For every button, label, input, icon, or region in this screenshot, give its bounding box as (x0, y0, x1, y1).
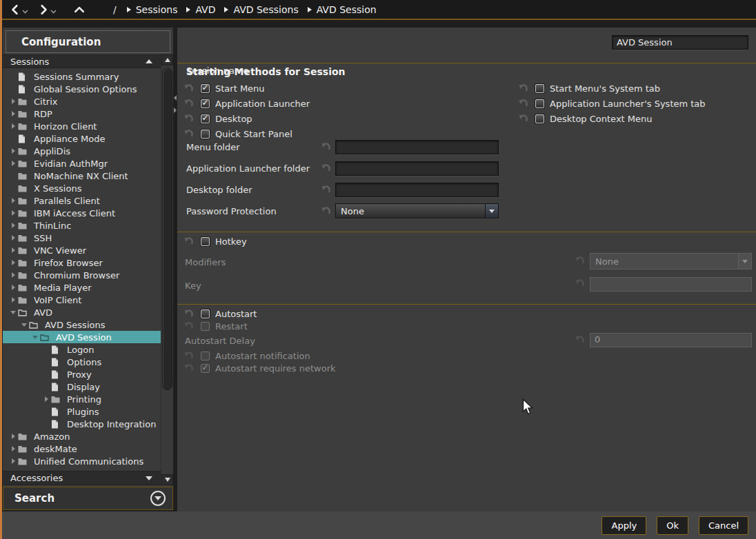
reset-parameter-icon[interactable] (183, 98, 195, 109)
tree-item-logon[interactable]: Logon (3, 343, 161, 356)
expand-collapsed-icon[interactable] (8, 223, 18, 228)
reset-parameter-icon[interactable] (517, 113, 529, 124)
tree-item-avd-sessions[interactable]: AVD Sessions (3, 318, 161, 331)
reset-parameter-icon[interactable] (320, 142, 332, 153)
apply-button[interactable]: Apply (601, 516, 646, 535)
tree-item-x-sessions[interactable]: X Sessions (3, 182, 161, 194)
expand-collapsed-icon[interactable] (8, 272, 18, 278)
reset-parameter-icon[interactable] (517, 98, 529, 109)
back-history-caret-icon[interactable] (22, 10, 28, 14)
tree-item-appliance-mode[interactable]: Appliance Mode (3, 132, 161, 145)
tree-item-ibm-iaccess-client[interactable]: IBM iAccess Client (3, 207, 161, 219)
reset-parameter-icon[interactable] (183, 363, 195, 374)
scrollbar-thumb[interactable] (162, 68, 172, 390)
ok-button[interactable]: Ok (657, 516, 688, 535)
reset-parameter-icon[interactable] (574, 334, 586, 345)
expand-collapsed-icon[interactable] (8, 99, 18, 104)
tree-item-parallels-client[interactable]: Parallels Client (3, 194, 161, 207)
breadcrumb-item-avd-session[interactable]: AVD Session (308, 4, 377, 15)
reset-parameter-icon[interactable] (183, 128, 195, 139)
sidebar-splitter-handle[interactable] (174, 95, 177, 113)
autostart-checkbox[interactable]: ✓ (201, 309, 210, 318)
tree-item-nomachine-nx-client[interactable]: NoMachine NX Client (3, 170, 161, 182)
tree-item-firefox-browser[interactable]: Firefox Browser (3, 256, 161, 269)
expand-collapsed-icon[interactable] (8, 161, 18, 166)
tree-item-plugins[interactable]: Plugins (3, 405, 161, 418)
session-name-input[interactable] (612, 35, 748, 50)
reset-parameter-icon[interactable] (183, 321, 195, 332)
back-button[interactable] (10, 4, 28, 15)
tree-item-ssh[interactable]: SSH (3, 232, 161, 244)
desktop-checkbox[interactable]: ✓ (201, 114, 210, 123)
reset-parameter-icon[interactable] (183, 236, 195, 247)
tree-item-media-player[interactable]: Media Player (3, 281, 161, 294)
reset-parameter-icon[interactable] (320, 205, 332, 216)
expand-expanded-icon[interactable] (30, 336, 40, 339)
hotkey-checkbox[interactable]: ✓ (201, 237, 210, 246)
forward-history-caret-icon[interactable] (50, 10, 57, 14)
up-level-button[interactable] (73, 4, 86, 15)
tree-item-display[interactable]: Display (3, 380, 161, 393)
expand-collapsed-icon[interactable] (8, 235, 18, 241)
tree-item-avd-session[interactable]: AVD Session (3, 331, 161, 343)
tree-item-unified-communications[interactable]: Unified Communications (3, 455, 161, 467)
expand-collapsed-icon[interactable] (8, 198, 18, 203)
expand-collapsed-icon[interactable] (8, 297, 18, 303)
breadcrumb-item-avd-sessions[interactable]: AVD Sessions (224, 4, 298, 15)
tree-item-rdp[interactable]: RDP (3, 108, 161, 120)
quick-start-panel-checkbox[interactable]: ✓ (201, 130, 210, 139)
breadcrumb-item-avd[interactable]: AVD (186, 4, 215, 15)
tree-item-voip-client[interactable]: VoIP Client (3, 294, 161, 306)
tree-item-deskmate[interactable]: deskMate (3, 443, 161, 455)
expand-collapsed-icon[interactable] (8, 285, 18, 290)
application-launcher-checkbox[interactable]: ✓ (201, 99, 210, 108)
scrollbar-up-button[interactable] (161, 54, 173, 65)
tree-item-chromium-browser[interactable]: Chromium Browser (3, 269, 161, 281)
accordion-accessories[interactable]: Accessories (3, 471, 161, 485)
application-launcher-s-system-tab-checkbox[interactable]: ✓ (535, 99, 544, 108)
expand-collapsed-icon[interactable] (8, 148, 18, 154)
reset-parameter-icon[interactable] (320, 163, 332, 174)
tree-item-options[interactable]: Options (3, 356, 161, 368)
tree-item-sessions-summary[interactable]: Sessions Summary (3, 70, 161, 83)
tree-item-desktop-integration[interactable]: Desktop Integration (3, 418, 161, 430)
tree-item-applidis[interactable]: AppliDis (3, 145, 161, 157)
password-protection-select[interactable]: None (335, 203, 499, 218)
expand-collapsed-icon[interactable] (8, 123, 18, 129)
desktop-folder-input[interactable] (335, 183, 499, 197)
expand-expanded-icon[interactable] (8, 311, 18, 314)
reset-parameter-icon[interactable] (517, 83, 529, 94)
tree-item-citrix[interactable]: Citrix (3, 95, 161, 108)
start-menu-s-system-tab-checkbox[interactable]: ✓ (535, 84, 544, 93)
expand-collapsed-icon[interactable] (8, 210, 18, 216)
expand-collapsed-icon[interactable] (8, 260, 18, 265)
breadcrumb-root[interactable]: / (113, 4, 117, 15)
tree-item-amazon[interactable]: Amazon (3, 430, 161, 443)
expand-collapsed-icon[interactable] (8, 434, 18, 439)
tree-item-thinlinc[interactable]: ThinLinc (3, 219, 161, 232)
accordion-sessions[interactable]: Sessions (3, 54, 161, 68)
reset-parameter-icon[interactable] (574, 278, 586, 289)
scrollbar-track[interactable] (161, 65, 173, 474)
application-launcher-folder-input[interactable] (335, 161, 499, 176)
dropdown-arrow-icon[interactable] (485, 204, 498, 218)
tree-item-proxy[interactable]: Proxy (3, 368, 161, 380)
cancel-button[interactable]: Cancel (699, 516, 748, 535)
reset-parameter-icon[interactable] (183, 350, 195, 361)
expand-expanded-icon[interactable] (19, 323, 29, 327)
expand-collapsed-icon[interactable] (8, 247, 18, 253)
menu-folder-input[interactable] (335, 140, 499, 154)
expand-collapsed-icon[interactable] (8, 111, 18, 116)
reset-parameter-icon[interactable] (320, 185, 332, 196)
reset-parameter-icon[interactable] (183, 83, 195, 94)
breadcrumb-item-sessions[interactable]: Sessions (127, 4, 178, 15)
tree-item-printing[interactable]: Printing (3, 393, 161, 405)
reset-parameter-icon[interactable] (183, 113, 195, 124)
search-expand-button[interactable] (150, 491, 166, 506)
tree-item-horizon-client[interactable]: Horizon Client (3, 120, 161, 132)
expand-collapsed-icon[interactable] (8, 458, 18, 464)
tree-item-global-session-options[interactable]: Global Session Options (3, 83, 161, 95)
reset-parameter-icon[interactable] (574, 255, 586, 266)
scrollbar-down-button[interactable] (161, 474, 173, 485)
expand-collapsed-icon[interactable] (8, 446, 18, 451)
